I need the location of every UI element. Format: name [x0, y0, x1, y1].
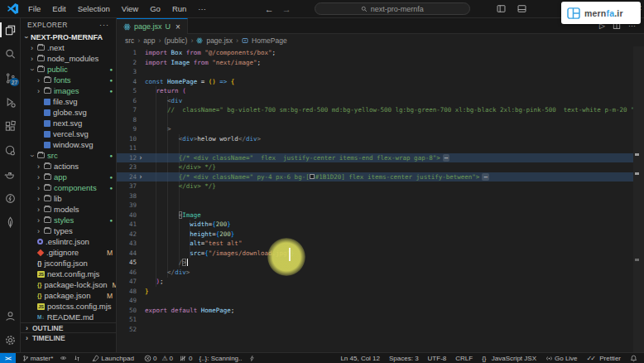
docker-icon[interactable]: [0, 165, 20, 183]
code-line-4[interactable]: 4const HomePage = () => {: [117, 77, 644, 87]
git-compare-item[interactable]: [74, 355, 80, 362]
code-line-24[interactable]: 24› {/* <div className=" py-4 px-6 bg-[#…: [117, 172, 644, 182]
line-number[interactable]: 8: [117, 115, 137, 125]
toggle-panel-icon[interactable]: [517, 4, 526, 13]
line-number[interactable]: 45: [117, 258, 137, 268]
code-line-40[interactable]: 40 <Image: [117, 211, 644, 220]
remote-indicator[interactable]: ><: [0, 353, 16, 363]
tree-item-src[interactable]: ›src●: [21, 150, 116, 161]
settings-gear-icon[interactable]: [0, 331, 20, 349]
line-number[interactable]: 24: [117, 172, 137, 182]
line-number[interactable]: 23: [117, 162, 137, 172]
explorer-root-folder[interactable]: › NEXT-PRO-MERNFA: [21, 31, 116, 42]
run-debug-icon[interactable]: [0, 93, 20, 111]
encoding-item[interactable]: UTF-8: [428, 355, 447, 362]
tree-item-globe.svg[interactable]: globe.svg: [21, 107, 116, 118]
remote-explorer-icon[interactable]: [0, 141, 20, 159]
bolt-item[interactable]: [249, 355, 255, 362]
line-number[interactable]: 6: [117, 96, 137, 106]
code-line-49[interactable]: 49: [117, 296, 644, 306]
eol-item[interactable]: CRLF: [455, 355, 473, 362]
tree-item-images[interactable]: ›images●: [21, 85, 116, 96]
line-number[interactable]: 4: [117, 77, 137, 87]
source-control-icon[interactable]: 27: [0, 69, 20, 87]
line-number[interactable]: 10: [117, 134, 137, 144]
code-line-41[interactable]: 41 width={200}: [117, 220, 644, 230]
outline-panel[interactable]: › OUTLINE: [21, 322, 116, 332]
menu-view[interactable]: View: [116, 4, 144, 13]
line-number[interactable]: 5: [117, 86, 137, 96]
tree-item-.eslintrc.json[interactable]: .eslintrc.json: [21, 236, 116, 247]
tree-item-types[interactable]: ›types: [21, 225, 116, 236]
code-line-44[interactable]: 44 src={"/images/download.jpg"}: [117, 249, 644, 259]
tree-item-next.svg[interactable]: next.svg: [21, 118, 116, 128]
line-number[interactable]: 49: [117, 296, 137, 306]
prettier-item[interactable]: ✓✓ Prettier: [587, 355, 621, 362]
line-number[interactable]: 1: [117, 48, 137, 58]
code-line-7[interactable]: 7 // className=" bg-violet-700 sm:bg-red…: [117, 105, 644, 115]
line-number[interactable]: 12: [117, 153, 137, 163]
breadcrumb-symbol[interactable]: HomePage: [252, 36, 287, 45]
line-number[interactable]: 43: [117, 239, 137, 249]
code-line-2[interactable]: 2import Image from "next/image";: [117, 58, 644, 68]
line-number[interactable]: 7: [117, 105, 137, 115]
tree-item-public[interactable]: ›public●: [21, 64, 116, 75]
git-branch-item[interactable]: master*: [22, 355, 54, 362]
go-live-item[interactable]: Go Live: [545, 355, 578, 362]
tree-item-README.md[interactable]: M↓README.md: [21, 312, 116, 322]
fold-chevron-icon[interactable]: ›: [137, 172, 145, 182]
notifications-bell-icon[interactable]: [630, 355, 637, 362]
code-line-47[interactable]: 47 );: [117, 277, 644, 287]
extensions-icon[interactable]: [0, 117, 20, 135]
code-line-10[interactable]: 10 <div>helow world</div>: [117, 134, 644, 144]
menu-run[interactable]: Run: [166, 4, 192, 13]
explorer-more-icon[interactable]: ···: [99, 21, 109, 29]
tree-item-models[interactable]: ›models: [21, 204, 116, 215]
cursor-position-item[interactable]: Ln 45, Col 12: [340, 355, 380, 362]
indentation-item[interactable]: Spaces: 3: [389, 355, 419, 362]
code-line-3[interactable]: 3: [117, 67, 644, 77]
line-number[interactable]: 52: [117, 325, 137, 335]
mongodb-leaf-icon[interactable]: [0, 213, 20, 231]
line-number[interactable]: 37: [117, 182, 137, 191]
timeline-panel[interactable]: › TIMELINE: [21, 332, 116, 342]
thunder-client-icon[interactable]: [0, 189, 20, 207]
breadcrumb-src[interactable]: src: [125, 36, 134, 45]
problems-item[interactable]: 0 ⚠ 0: [144, 355, 173, 362]
gitlens-eye-item[interactable]: [60, 355, 67, 361]
tree-item-window.svg[interactable]: window.svg: [21, 139, 116, 150]
code-line-1[interactable]: 1import Box from "@/components/box";: [117, 48, 644, 58]
menu-file[interactable]: File: [22, 4, 46, 13]
tree-item-vercel.svg[interactable]: vercel.svg: [21, 128, 116, 139]
code-line-50[interactable]: 50export default HomePage;: [117, 306, 644, 316]
spell-scanning-item[interactable]: {..}: Scanning..: [199, 355, 242, 362]
code-line-5[interactable]: 5 return (: [117, 86, 644, 96]
code-line-38[interactable]: 38: [117, 191, 644, 201]
nav-back-icon[interactable]: ←: [265, 4, 274, 14]
line-number[interactable]: 39: [117, 201, 137, 211]
breadcrumb-file[interactable]: page.jsx: [206, 36, 233, 45]
search-icon[interactable]: [0, 45, 20, 63]
nav-forward-icon[interactable]: →: [282, 4, 291, 14]
tree-item-fonts[interactable]: ›fonts●: [21, 75, 116, 85]
explorer-files-icon[interactable]: [0, 21, 20, 39]
breadcrumb-public[interactable]: (public): [165, 36, 188, 45]
line-number[interactable]: 9: [117, 124, 137, 134]
tree-item-lib[interactable]: ›lib: [21, 193, 116, 204]
fold-chevron-icon[interactable]: ›: [137, 153, 145, 163]
menu-selection[interactable]: Selection: [72, 4, 116, 13]
code-line-12[interactable]: 12› {/* <div className=" flex justify-ce…: [117, 153, 644, 163]
tree-item-actions[interactable]: ›actions: [21, 161, 116, 172]
tree-item-package.json[interactable]: {}package.jsonM: [21, 290, 116, 301]
overview-ruler[interactable]: [633, 46, 644, 352]
code-line-23[interactable]: 23 </div> */}: [117, 162, 644, 172]
line-number[interactable]: 42: [117, 230, 137, 240]
line-number[interactable]: 47: [117, 277, 137, 287]
code-line-46[interactable]: 46 </div>: [117, 268, 644, 278]
code-area[interactable]: 1import Box from "@/components/box";2imp…: [117, 46, 644, 352]
code-line-45[interactable]: 45 />: [117, 258, 644, 268]
code-line-48[interactable]: 48}: [117, 287, 644, 297]
language-item[interactable]: {} JavaScript JSX: [482, 355, 536, 362]
line-number[interactable]: 3: [117, 67, 137, 77]
tree-item-app[interactable]: ›app●: [21, 172, 116, 182]
